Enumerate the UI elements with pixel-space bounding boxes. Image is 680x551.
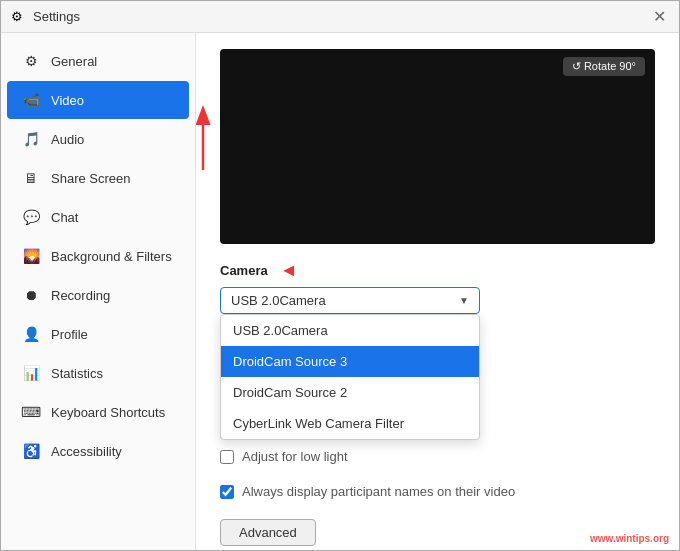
video-label: Video (51, 93, 84, 108)
participant-names-label: Always display participant names on thei… (242, 484, 515, 499)
watermark: www.wintips.org (590, 533, 669, 544)
accessibility-icon: ♿ (21, 441, 41, 461)
dropdown-option-cyberlink[interactable]: CyberLink Web Camera Filter (221, 408, 479, 439)
window-title: Settings (33, 9, 649, 24)
sidebar: ⚙ General 📹 Video 🎵 Audio 🖥 Share Screen… (1, 33, 196, 550)
audio-label: Audio (51, 132, 84, 147)
sidebar-item-background[interactable]: 🌄 Background & Filters (7, 237, 189, 275)
dropdown-selected-value: USB 2.0Camera (231, 293, 326, 308)
recording-label: Recording (51, 288, 110, 303)
sidebar-item-profile[interactable]: 👤 Profile (7, 315, 189, 353)
camera-label-row: Camera ◄ (220, 260, 655, 281)
video-icon: 📹 (21, 90, 41, 110)
chat-icon: 💬 (21, 207, 41, 227)
dropdown-option-droidcam2[interactable]: DroidCam Source 2 (221, 377, 479, 408)
camera-dropdown-display[interactable]: USB 2.0Camera ▼ (220, 287, 480, 314)
low-light-checkbox[interactable] (220, 450, 234, 464)
options-section: Touch up my appearance Adjust for low li… (220, 424, 655, 546)
share-screen-icon: 🖥 (21, 168, 41, 188)
share-screen-label: Share Screen (51, 171, 131, 186)
statistics-label: Statistics (51, 366, 103, 381)
dropdown-chevron-icon: ▼ (459, 295, 469, 306)
profile-label: Profile (51, 327, 88, 342)
main-panel: ↺ Rotate 90° Camera ◄ USB 2.0Camera ▼ US… (196, 33, 679, 550)
low-light-row: Adjust for low light (220, 449, 655, 464)
annotation-arrow-icon: ◄ (280, 260, 298, 281)
keyboard-label: Keyboard Shortcuts (51, 405, 165, 420)
camera-text: Camera (220, 263, 268, 278)
dropdown-option-usb20[interactable]: USB 2.0Camera (221, 315, 479, 346)
settings-window: ⚙ Settings ✕ ⚙ General 📹 Video 🎵 Audio 🖥… (0, 0, 680, 551)
recording-icon: ⏺ (21, 285, 41, 305)
camera-dropdown-wrapper: USB 2.0Camera ▼ USB 2.0Camera DroidCam S… (220, 287, 655, 314)
sidebar-item-statistics[interactable]: 📊 Statistics (7, 354, 189, 392)
profile-icon: 👤 (21, 324, 41, 344)
sidebar-item-general[interactable]: ⚙ General (7, 42, 189, 80)
participant-names-row: Always display participant names on thei… (220, 484, 655, 499)
dropdown-option-droidcam3[interactable]: DroidCam Source 3 (221, 346, 479, 377)
statistics-icon: 📊 (21, 363, 41, 383)
participant-names-checkbox[interactable] (220, 485, 234, 499)
rotate-button[interactable]: ↺ Rotate 90° (563, 57, 645, 76)
content-area: ⚙ General 📹 Video 🎵 Audio 🖥 Share Screen… (1, 33, 679, 550)
background-label: Background & Filters (51, 249, 172, 264)
background-icon: 🌄 (21, 246, 41, 266)
close-button[interactable]: ✕ (649, 7, 669, 27)
sidebar-item-recording[interactable]: ⏺ Recording (7, 276, 189, 314)
general-label: General (51, 54, 97, 69)
advanced-button[interactable]: Advanced (220, 519, 316, 546)
sidebar-item-video[interactable]: 📹 Video (7, 81, 189, 119)
audio-icon: 🎵 (21, 129, 41, 149)
accessibility-label: Accessibility (51, 444, 122, 459)
sidebar-item-keyboard[interactable]: ⌨ Keyboard Shortcuts (7, 393, 189, 431)
settings-icon: ⚙ (11, 9, 27, 25)
sidebar-item-accessibility[interactable]: ♿ Accessibility (7, 432, 189, 470)
keyboard-icon: ⌨ (21, 402, 41, 422)
sidebar-item-share-screen[interactable]: 🖥 Share Screen (7, 159, 189, 197)
general-icon: ⚙ (21, 51, 41, 71)
camera-preview: ↺ Rotate 90° (220, 49, 655, 244)
sidebar-item-chat[interactable]: 💬 Chat (7, 198, 189, 236)
camera-dropdown-menu: USB 2.0Camera DroidCam Source 3 DroidCam… (220, 314, 480, 440)
title-bar: ⚙ Settings ✕ (1, 1, 679, 33)
low-light-label: Adjust for low light (242, 449, 348, 464)
sidebar-item-audio[interactable]: 🎵 Audio (7, 120, 189, 158)
chat-label: Chat (51, 210, 78, 225)
